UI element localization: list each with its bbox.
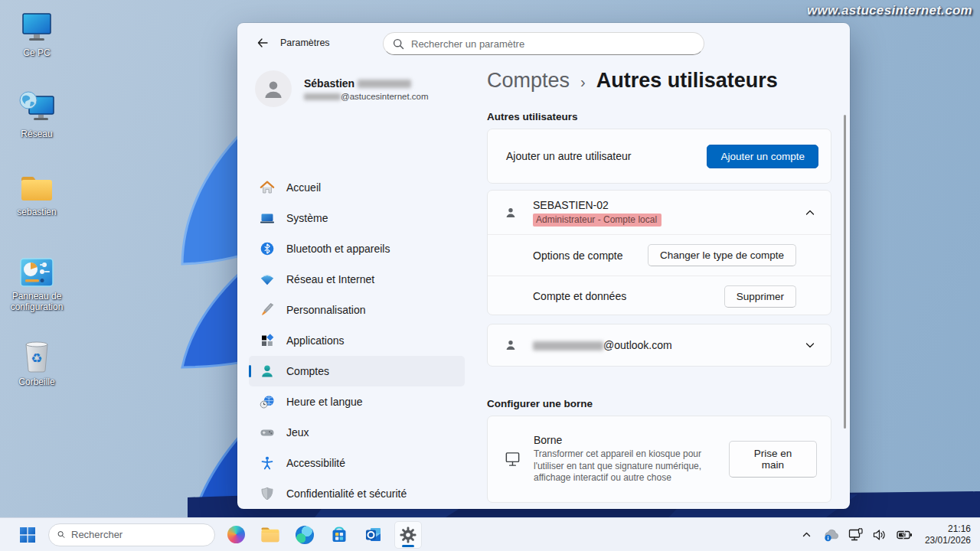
shield-icon bbox=[260, 486, 275, 501]
back-arrow-icon bbox=[256, 37, 269, 49]
sidebar-item-label: Comptes bbox=[286, 365, 329, 377]
local-account-header-row[interactable]: SEBASTIEN-02 Administrateur - Compte loc… bbox=[488, 191, 831, 234]
sidebar-item-accueil[interactable]: Accueil bbox=[249, 172, 465, 203]
system-icon bbox=[260, 210, 275, 226]
window-title: Paramètres bbox=[280, 37, 330, 48]
taskbar: 21:16 23/01/2026 bbox=[0, 517, 980, 551]
edge-button[interactable] bbox=[291, 521, 318, 549]
gamepad-icon bbox=[260, 425, 275, 440]
network-icon bbox=[18, 90, 55, 126]
get-started-button[interactable]: Prise en main bbox=[729, 441, 817, 478]
redacted-email-prefix bbox=[533, 341, 603, 350]
add-account-button[interactable]: Ajouter un compte bbox=[707, 145, 818, 168]
folder-icon bbox=[260, 527, 280, 543]
sidebar-item-label: Réseau et Internet bbox=[286, 273, 374, 285]
breadcrumb-separator-icon: › bbox=[580, 73, 586, 91]
scrollbar[interactable] bbox=[844, 115, 846, 429]
sidebar-item-heure-langue[interactable]: Heure et langue bbox=[249, 386, 465, 417]
account-data-label: Compte et données bbox=[533, 290, 626, 302]
kiosk-description: Transformer cet appareil en kiosque pour… bbox=[534, 448, 729, 485]
outlook-icon bbox=[364, 526, 383, 544]
volume-tray-icon[interactable] bbox=[871, 526, 890, 544]
user-profile[interactable]: Sébastien @astucesinternet.com bbox=[255, 70, 429, 107]
sidebar-item-label: Bluetooth et appareils bbox=[286, 243, 390, 255]
sidebar-item-accessibilite[interactable]: Accessibilité bbox=[249, 448, 465, 478]
sidebar-item-personnalisation[interactable]: Personnalisation bbox=[249, 295, 465, 325]
site-watermark: www.astucesinternet.com bbox=[807, 3, 972, 18]
battery-tray-icon[interactable] bbox=[896, 526, 914, 544]
section-label-other-users: Autres utilisateurs bbox=[487, 111, 578, 122]
chevron-up-icon[interactable] bbox=[805, 207, 815, 218]
sidebar-item-comptes[interactable]: Comptes bbox=[249, 356, 465, 386]
kiosk-card: Borne Transformer cet appareil en kiosqu… bbox=[487, 416, 831, 503]
change-account-type-button[interactable]: Changer le type de compte bbox=[648, 244, 796, 266]
sidebar-item-label: Jeux bbox=[286, 426, 309, 439]
edge-icon bbox=[296, 526, 314, 544]
settings-app-button[interactable] bbox=[394, 521, 422, 549]
delete-account-button[interactable]: Supprimer bbox=[724, 285, 796, 308]
sidebar-item-label: Personnalisation bbox=[286, 304, 366, 316]
apps-icon bbox=[260, 333, 275, 348]
desktop-icon-sebastien[interactable]: sebastien bbox=[0, 174, 74, 217]
kiosk-icon bbox=[504, 450, 521, 468]
start-button[interactable] bbox=[14, 521, 41, 549]
onedrive-tray-icon[interactable] bbox=[822, 526, 841, 544]
accessibility-icon bbox=[260, 455, 275, 471]
taskbar-search-input[interactable] bbox=[71, 529, 206, 540]
settings-search-input[interactable] bbox=[411, 38, 694, 50]
desktop-icon-corbeille[interactable]: ♻ Corbeille bbox=[0, 340, 74, 387]
file-explorer-button[interactable] bbox=[256, 521, 284, 549]
taskbar-clock[interactable]: 21:16 23/01/2026 bbox=[920, 523, 971, 546]
person-icon bbox=[504, 338, 518, 352]
person-icon bbox=[504, 206, 518, 220]
sidebar-nav: Accueil Système Bluetooth et appareils bbox=[249, 172, 465, 509]
svg-text:♻: ♻ bbox=[31, 351, 42, 366]
sidebar-item-systeme[interactable]: Système bbox=[249, 203, 465, 233]
desktop-icon-label: Panneau de configuration bbox=[0, 291, 74, 313]
account-options-label: Options de compte bbox=[533, 249, 623, 262]
back-button[interactable] bbox=[250, 30, 276, 56]
desktop-icon-reseau[interactable]: Réseau bbox=[0, 90, 74, 139]
clock-time: 21:16 bbox=[925, 523, 971, 535]
account-options-row: Options de compte Changer le type de com… bbox=[488, 234, 831, 276]
redacted-surname bbox=[358, 80, 411, 88]
settings-search[interactable] bbox=[383, 32, 704, 55]
sidebar-item-jeux[interactable]: Jeux bbox=[249, 417, 465, 448]
sidebar-item-applications[interactable]: Applications bbox=[249, 325, 465, 356]
sidebar-item-reseau[interactable]: Réseau et Internet bbox=[249, 264, 465, 295]
gear-icon bbox=[399, 526, 417, 544]
sidebar-item-label: Heure et langue bbox=[286, 396, 363, 408]
local-account-card: SEBASTIEN-02 Administrateur - Compte loc… bbox=[487, 190, 831, 315]
store-button[interactable] bbox=[325, 521, 353, 549]
microsoft-account-card[interactable]: @outlook.com bbox=[487, 324, 831, 367]
profile-name: Sébastien bbox=[304, 77, 354, 90]
taskbar-search[interactable] bbox=[48, 523, 215, 546]
recycle-bin-icon: ♻ bbox=[21, 340, 52, 373]
accounts-icon bbox=[260, 364, 275, 379]
system-tray: 21:16 23/01/2026 bbox=[798, 523, 980, 546]
window-header: Paramètres bbox=[237, 23, 850, 63]
control-panel-icon bbox=[19, 257, 54, 288]
copilot-button[interactable] bbox=[222, 521, 250, 549]
store-icon bbox=[330, 526, 348, 544]
add-user-card: Ajouter un autre utilisateur Ajouter un … bbox=[487, 129, 831, 184]
sidebar-item-label: Applications bbox=[286, 334, 345, 347]
breadcrumb-parent[interactable]: Comptes bbox=[487, 69, 570, 93]
chevron-down-icon[interactable] bbox=[805, 340, 815, 350]
sidebar-item-bluetooth[interactable]: Bluetooth et appareils bbox=[249, 233, 465, 264]
main-content: Comptes › Autres utilisateurs Autres uti… bbox=[487, 63, 831, 509]
search-icon bbox=[393, 38, 404, 50]
wifi-icon bbox=[260, 272, 275, 287]
desktop-icon-ce-pc[interactable]: Ce PC bbox=[0, 12, 74, 58]
network-tray-icon[interactable] bbox=[847, 526, 865, 544]
sidebar-item-confidentialite[interactable]: Confidentialité et sécurité bbox=[249, 478, 465, 509]
desktop-icon-label: Ce PC bbox=[23, 47, 50, 58]
pc-icon bbox=[20, 12, 54, 44]
desktop-icon-panneau[interactable]: Panneau de configuration bbox=[0, 257, 74, 313]
hidden-icons-button[interactable] bbox=[798, 526, 816, 544]
desktop-icon-label: Réseau bbox=[21, 129, 52, 139]
settings-window: Paramètres Sébastien @astucesinternet.co… bbox=[237, 23, 850, 509]
outlook-button[interactable] bbox=[360, 521, 387, 549]
copilot-icon bbox=[227, 526, 245, 543]
account-data-row: Compte et données Supprimer bbox=[488, 276, 831, 316]
